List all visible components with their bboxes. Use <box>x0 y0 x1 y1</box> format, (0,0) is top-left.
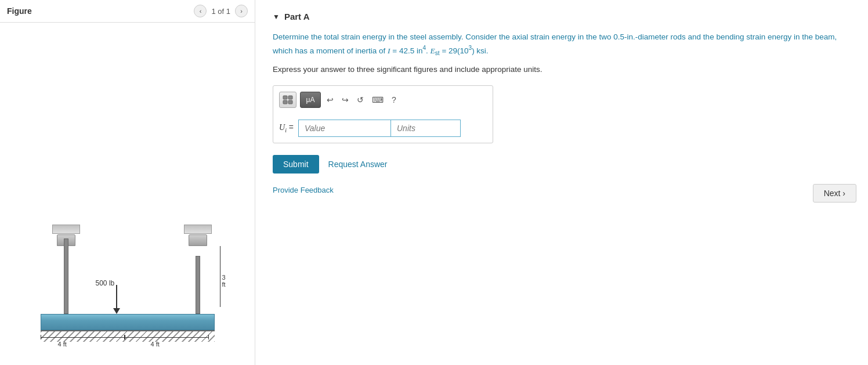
rod-right <box>196 256 200 314</box>
mount-left <box>52 225 80 234</box>
cap-right <box>189 234 207 246</box>
left-panel: Figure ‹ 1 of 1 › <box>0 0 255 365</box>
collapse-arrow-icon[interactable]: ▼ <box>273 13 280 21</box>
svg-rect-3 <box>288 100 292 104</box>
input-label: Ui = <box>279 122 294 133</box>
problem-description: Determine the total strain energy in the… <box>273 31 851 58</box>
arrow-head <box>113 308 120 314</box>
mount-right <box>184 225 212 234</box>
right-panel: ▼ Part A Determine the total strain ener… <box>255 0 868 365</box>
next-figure-button[interactable]: › <box>235 5 248 17</box>
svg-rect-0 <box>283 96 287 99</box>
submit-button[interactable]: Submit <box>273 155 319 174</box>
dim-label-left: 4 ft <box>58 341 67 348</box>
request-answer-link[interactable]: Request Answer <box>328 160 388 169</box>
page-indicator: 1 of 1 <box>211 7 230 16</box>
rod-left <box>64 238 68 314</box>
answer-toolbar: μA ↩ ↪ ↺ ⌨ ? <box>279 92 487 113</box>
next-button[interactable]: Next › <box>813 184 856 203</box>
svg-rect-1 <box>288 96 292 99</box>
matrix-button[interactable] <box>279 92 296 108</box>
dim-label-right: 4 ft <box>151 341 160 348</box>
answer-box: μA ↩ ↪ ↺ ⌨ ? Ui = <box>273 85 493 143</box>
figure-header: Figure ‹ 1 of 1 › <box>0 0 255 23</box>
redo-button[interactable]: ↪ <box>339 94 351 106</box>
load-label: 500 lb <box>96 279 115 287</box>
keyboard-button[interactable]: ⌨ <box>370 94 386 106</box>
load-line <box>116 285 117 308</box>
part-title: Part A <box>284 12 310 21</box>
svg-rect-2 <box>283 100 287 104</box>
prev-figure-button[interactable]: ‹ <box>194 5 207 17</box>
action-row: Submit Request Answer <box>273 155 851 174</box>
input-row: Ui = <box>279 120 487 137</box>
value-input[interactable] <box>298 120 391 137</box>
figure-nav: ‹ 1 of 1 › <box>194 5 248 17</box>
help-button[interactable]: ? <box>389 94 399 106</box>
part-header: ▼ Part A <box>273 12 851 21</box>
figure-title: Figure <box>7 6 32 16</box>
load-arrow <box>113 285 120 314</box>
undo-button[interactable]: ↩ <box>324 94 336 106</box>
express-text: Express your answer to three significant… <box>273 65 851 74</box>
units-input[interactable] <box>391 120 461 137</box>
provide-feedback-link[interactable]: Provide Feedback <box>273 186 334 194</box>
beam <box>41 314 215 330</box>
dim-vertical-label: 3 ft <box>222 274 226 288</box>
mu-button[interactable]: μA <box>300 92 321 108</box>
diagram: 500 lb 4 ft 4 ft 3 ft <box>23 208 232 348</box>
figure-content: 500 lb 4 ft 4 ft 3 ft <box>0 23 255 365</box>
refresh-button[interactable]: ↺ <box>355 94 366 106</box>
